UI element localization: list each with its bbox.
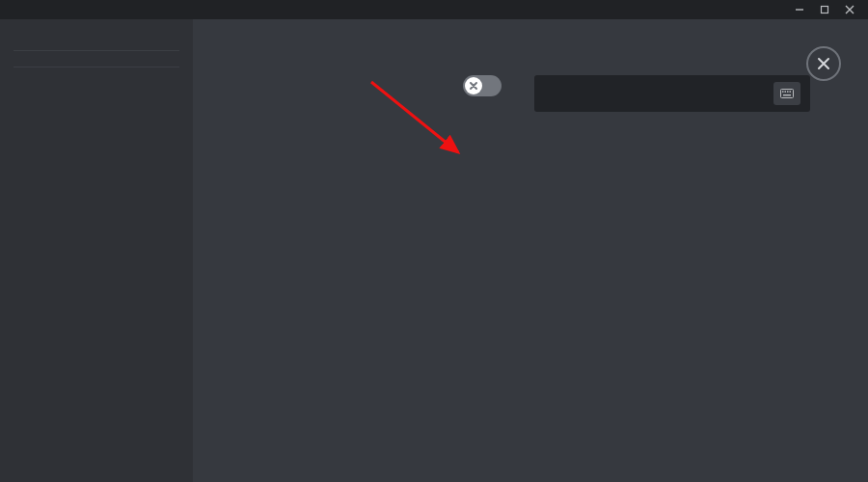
sidebar-item-logout[interactable]: [6, 76, 187, 88]
toggle-lock-keybind[interactable]: [534, 75, 810, 112]
sidebar-heading-activity: [0, 25, 193, 42]
close-icon: [817, 57, 830, 70]
window-minimize-button[interactable]: [787, 0, 812, 19]
svg-rect-6: [790, 91, 792, 93]
enable-overlay-toggle[interactable]: [463, 75, 502, 96]
toggle-knob: [465, 77, 482, 94]
close-icon: [469, 81, 478, 91]
settings-sidebar: [0, 19, 193, 482]
svg-rect-0: [822, 7, 828, 13]
svg-rect-4: [785, 91, 787, 93]
window-close-button[interactable]: [837, 0, 862, 19]
svg-rect-2: [783, 94, 791, 95]
svg-rect-5: [787, 91, 789, 93]
titlebar: [0, 0, 868, 19]
svg-rect-3: [782, 91, 784, 93]
settings-content: [193, 19, 868, 482]
svg-rect-1: [781, 90, 794, 98]
sidebar-separator: [14, 67, 179, 67]
window-maximize-button[interactable]: [812, 0, 837, 19]
keyboard-icon: [773, 82, 800, 105]
sidebar-separator: [14, 50, 179, 51]
close-settings-button[interactable]: [806, 46, 841, 81]
